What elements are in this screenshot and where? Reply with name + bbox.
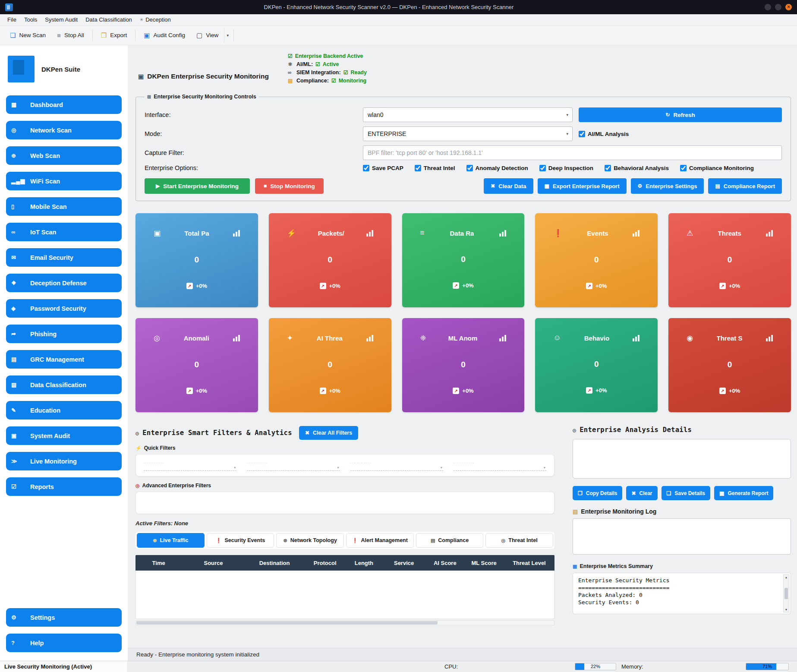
behavioral-analysis-input[interactable] <box>605 165 611 171</box>
brain-icon: ❈ <box>420 334 426 343</box>
sidebar-item-mobile-scan[interactable]: ▯Mobile Scan <box>6 197 122 216</box>
sidebar-item-deception-defense[interactable]: ❖Deception Defense <box>6 274 122 292</box>
view-dropdown-caret[interactable]: ▾ <box>224 28 231 43</box>
anomaly-detection-input[interactable] <box>466 165 473 171</box>
sidebar-item-live-monitoring[interactable]: ≫Live Monitoring <box>6 452 122 470</box>
quick-filter-dropdown[interactable] <box>454 460 546 471</box>
scrollbar-thumb[interactable] <box>136 621 438 625</box>
export-report-button[interactable]: ▦Export Enterprise Report <box>538 178 627 194</box>
tab-threat-intel[interactable]: ◎Threat Intel <box>485 533 553 548</box>
clipboard-icon: ▤ <box>573 508 578 515</box>
sidebar-item-help[interactable]: ?Help <box>6 634 122 652</box>
capture-filter-row: Capture Filter: <box>145 145 782 160</box>
mode-select[interactable]: ENTERPRISE▾ <box>363 126 573 141</box>
view-button[interactable]: ▢View <box>191 28 224 43</box>
maximize-button[interactable] <box>775 4 781 10</box>
sidebar-item-phishing[interactable]: ➦Phishing <box>6 325 122 343</box>
deep-inspection-checkbox[interactable]: Deep Inspection <box>539 165 593 171</box>
scroll-down-arrow[interactable]: ▼ <box>785 608 788 611</box>
capture-filter-label: Capture Filter: <box>145 149 357 156</box>
anomaly-detection-checkbox[interactable]: Anomaly Detection <box>466 165 528 171</box>
tab-security-events[interactable]: ❗Security Events <box>207 533 274 548</box>
card-value: 0 <box>135 360 258 369</box>
sidebar-item-system-audit[interactable]: ▣System Audit <box>6 426 122 445</box>
sidebar-item-wifi-scan[interactable]: ▂▄▆WiFi Scan <box>6 172 122 190</box>
refresh-button[interactable]: ↻Refresh <box>579 107 782 122</box>
chart-icon: ▦ <box>719 490 724 496</box>
clear-button[interactable]: ✖Clear <box>626 486 657 500</box>
stop-all-button[interactable]: ■Stop All <box>51 28 90 43</box>
tab-alert-management[interactable]: ❗Alert Management <box>346 533 414 548</box>
save-pcap-input[interactable] <box>363 165 369 171</box>
aiml-analysis-checkbox[interactable]: AI/ML Analysis <box>579 131 782 137</box>
audit-config-button[interactable]: ▣Audit Config <box>138 28 191 43</box>
package-icon: ▣ <box>154 229 161 238</box>
aiml-analysis-input[interactable] <box>579 131 585 137</box>
quick-filter-dropdown[interactable] <box>350 460 443 471</box>
behavioral-analysis-checkbox[interactable]: Behavioral Analysis <box>605 165 669 171</box>
sidebar-item-settings[interactable]: ⚙Settings <box>6 608 122 627</box>
scrollbar-thumb[interactable] <box>784 588 788 599</box>
monitoring-log-title: ▤Enterprise Monitoring Log <box>573 508 791 515</box>
sidebar-item-education[interactable]: ✎Education <box>6 401 122 420</box>
tab-compliance[interactable]: ▤Compliance <box>416 533 484 548</box>
vertical-scrollbar[interactable]: ▲▼ <box>783 574 789 612</box>
table-body-empty[interactable] <box>135 571 554 619</box>
sidebar-item-network-scan[interactable]: ◎Network Scan <box>6 121 122 139</box>
menu-data-classification[interactable]: Data Classification <box>82 14 136 25</box>
sidebar-item-reports[interactable]: ☑Reports <box>6 477 122 496</box>
card-trend: +0% <box>329 283 340 289</box>
menu-deception[interactable]: ✳Deception <box>136 14 175 25</box>
interface-select[interactable]: wlan0▾ <box>363 107 573 122</box>
sidebar-item-dashboard[interactable]: ▦Dashboard <box>6 95 122 114</box>
stop-monitoring-button[interactable]: ■Stop Monitoring <box>255 178 324 194</box>
save-pcap-checkbox[interactable]: Save PCAP <box>363 165 403 171</box>
sidebar-item-data-classification[interactable]: ▨Data Classification <box>6 375 122 394</box>
clear-all-filters-button[interactable]: ✖Clear All Filters <box>299 426 358 440</box>
interface-label: Interface: <box>145 111 357 118</box>
sidebar-item-web-scan[interactable]: ⊕Web Scan <box>6 146 122 165</box>
quick-filters-box <box>135 454 554 476</box>
threat-intel-input[interactable] <box>415 165 421 171</box>
analysis-buttons: ❐Copy Details ✖Clear ❏Save Details ▦Gene… <box>573 486 791 500</box>
capture-filter-input[interactable] <box>363 145 782 160</box>
scroll-up-arrow[interactable]: ▲ <box>785 576 788 579</box>
quick-filter-dropdown[interactable] <box>144 460 236 471</box>
menu-file[interactable]: File <box>3 14 20 25</box>
key-icon: ◈ <box>11 305 26 312</box>
save-details-button[interactable]: ❏Save Details <box>662 486 710 500</box>
menubar: File Tools System Audit Data Classificat… <box>0 14 797 25</box>
folder-icon: ▨ <box>11 382 26 388</box>
deep-inspection-input[interactable] <box>539 165 546 171</box>
menu-tools[interactable]: Tools <box>20 14 41 25</box>
clear-data-button[interactable]: ✖Clear Data <box>484 178 533 194</box>
trend-icon: ↗ <box>186 388 193 394</box>
chart-icon <box>766 230 773 237</box>
close-button[interactable]: ✕ <box>785 4 792 10</box>
trend-icon: ↗ <box>719 283 726 289</box>
quick-filter-dropdown[interactable] <box>247 460 340 471</box>
generate-report-button[interactable]: ▦Generate Report <box>714 486 773 500</box>
sidebar-item-email-security[interactable]: ✉Email Security <box>6 248 122 267</box>
monitoring-log-textarea[interactable] <box>573 518 791 555</box>
new-scan-button[interactable]: ❏New Scan <box>4 28 51 43</box>
compliance-report-button[interactable]: ▤Compliance Report <box>708 178 782 194</box>
sidebar-item-iot-scan[interactable]: ∞IoT Scan <box>6 223 122 241</box>
threat-intel-checkbox[interactable]: Threat Intel <box>415 165 455 171</box>
advanced-filters-box[interactable] <box>135 492 554 514</box>
copy-details-button[interactable]: ❐Copy Details <box>573 486 622 500</box>
tab-network-topology[interactable]: ⊛Network Topology <box>276 533 344 548</box>
start-monitoring-button[interactable]: ▶Start Enterprise Monitoring <box>145 178 250 194</box>
enterprise-settings-button[interactable]: ⚙Enterprise Settings <box>631 178 704 194</box>
compliance-monitoring-input[interactable] <box>680 165 687 171</box>
menu-system-audit[interactable]: System Audit <box>41 14 82 25</box>
horizontal-scrollbar[interactable] <box>135 620 554 625</box>
status-backend: ☑Enterprise Backend Active <box>288 53 367 59</box>
analysis-details-textarea[interactable] <box>573 439 791 479</box>
sidebar-item-password-security[interactable]: ◈Password Security <box>6 299 122 318</box>
sidebar-item-grc-management[interactable]: ▤GRC Management <box>6 350 122 369</box>
tab-live-traffic[interactable]: ⊕Live Traffic <box>137 533 205 548</box>
export-button[interactable]: ❐Export <box>95 28 132 43</box>
minimize-button[interactable] <box>765 4 771 10</box>
compliance-monitoring-checkbox[interactable]: Compliance Monitoring <box>680 165 754 171</box>
